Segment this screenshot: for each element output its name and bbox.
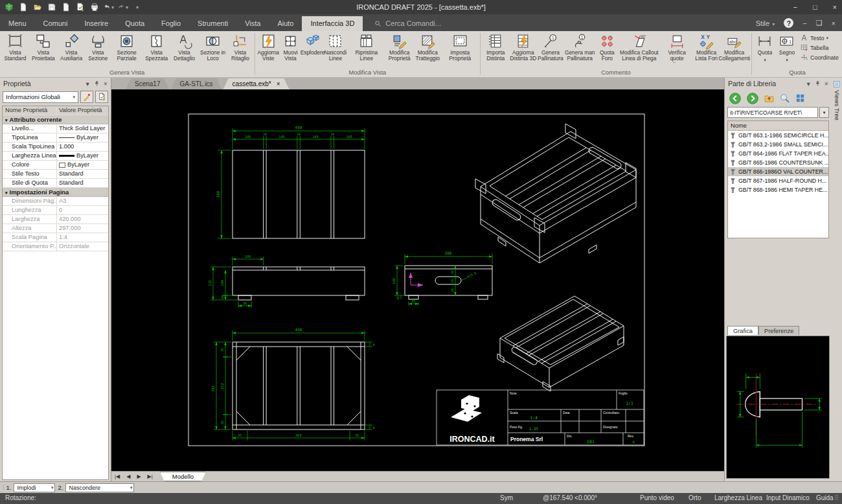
prop-row-stile-testo[interactable]: Stile TestoStandard [3,170,108,179]
help-button[interactable]: ? [784,18,793,28]
back-icon[interactable] [729,92,742,105]
ribbon-button-sezione-in-loco[interactable]: Sezione in Loco [198,32,228,63]
menu-inserire[interactable]: Inserire [76,16,117,31]
properties-filter-dropdown[interactable]: Informazioni Globali▾ [3,91,78,103]
ribbon-button-vista-spezzata[interactable]: Vista Spezzata [142,32,170,63]
section-impostazioni-pagina[interactable]: ▾Impostazioni Pagina [3,188,108,197]
ribbon-button-importa-distinta-3d[interactable]: Importa Distinta 3D [483,32,509,63]
menu-aiuto[interactable]: Aiuto [269,16,302,31]
library-menu-icon[interactable]: ▾ [807,80,810,87]
search-icon[interactable] [779,93,790,104]
ribbon-button-tabella[interactable]: Tabella [798,43,841,52]
library-item[interactable]: GB/T 863.1-1986 SEMICIRCLE H... [728,131,828,140]
menu-strumenti[interactable]: Strumenti [189,16,236,31]
menu-interfaccia-3d[interactable]: Interfaccia 3D [302,16,363,31]
ribbon-button-vista-standard[interactable]: Vista Standard [1,32,29,63]
select-properties-button[interactable] [95,91,108,103]
ribbon-button-esplodere[interactable]: Esplodere [302,32,324,63]
library-path-input[interactable]: it-IT\RIVET\COARSE RIVET\ [727,107,818,118]
doc-tab-scena17[interactable]: Scena17 [126,78,169,89]
prop-row-tipolinea[interactable]: TipoLineaByLayer [3,133,108,143]
ribbon-button-muovi-vista[interactable]: Muovi Vista [280,32,302,63]
tab-views-tree[interactable]: Views Tree [834,90,841,120]
ribbon-button-testo[interactable]: Testo▾ [798,34,841,42]
menu-menu[interactable]: Menu [0,16,35,31]
tab-preferenze[interactable]: Preferenze [758,326,799,335]
library-item[interactable]: GB/T 864-1986 FLAT TAPER HEA... [728,149,828,158]
import-icon[interactable] [60,2,71,12]
doc-minimize-button[interactable]: − [802,19,806,27]
library-item[interactable]: GB/T 867-1986 HALF-ROUND H... [728,176,828,185]
pin-icon[interactable] [814,80,821,87]
status-guida[interactable]: Guida [816,494,834,501]
first-sheet-button[interactable]: |◀ [111,474,123,479]
status-punto-video[interactable]: Punto video [640,494,674,501]
export-icon[interactable] [74,2,85,12]
menu-vista[interactable]: Vista [236,16,269,31]
grid-view-icon[interactable] [795,93,806,104]
ribbon-button-vista-proiettata[interactable]: Vista Proiettata [29,32,58,63]
print-icon[interactable] [89,2,100,12]
doc-tab-close-icon[interactable]: × [277,80,280,87]
section-attributo-corrente[interactable]: ▾Attributo corrente [3,115,108,124]
drawing-canvas[interactable]: 450 105 10 105 10 105 10 105 300 105 115… [111,89,724,471]
prev-sheet-button[interactable]: ◀ [123,474,133,479]
ribbon-button-genera-pallinatura[interactable]: Genera Pallinatura [538,32,563,63]
ribbon-button-aggiorna-viste[interactable]: Aggiorna Viste [257,32,280,63]
ribbon-button-vista-ausiliaria[interactable]: Vista Ausiliaria [58,32,85,63]
ribbon-button-quota-foro[interactable]: Quota Foro [596,32,618,63]
library-item[interactable]: GB/T 863.2-1986 SMALL SEMICI... [728,140,828,149]
ribbon-button-segno[interactable]: Segno▾ [776,32,798,63]
window-minimize-button[interactable]: − [793,3,797,11]
toolbar-grip[interactable]: ⁞ [3,485,4,491]
window-close-button[interactable]: × [833,3,837,11]
ribbon-button-genera-man-pallinatura[interactable]: Genera man Pallinatura [563,32,596,63]
ribbon-button-imposta-proprieta-parte[interactable]: Imposta Proprietà Parte [442,32,478,63]
status-orto[interactable]: Orto [688,494,701,501]
last-sheet-button[interactable]: ▶| [144,474,156,479]
doc-tab-cassetta[interactable]: cassetta.exb*× [223,78,290,89]
forward-icon[interactable] [746,92,759,105]
save-icon[interactable] [46,2,57,12]
redo-icon[interactable]: ▾ [117,2,128,12]
ribbon-button-modifica-tratteggio[interactable]: Modifica Tratteggio [413,32,442,63]
next-sheet-button[interactable]: ▶ [133,474,144,479]
ribbon-button-modifica-collegamenti[interactable]: Modifica Collegamenti [719,32,749,63]
tab-grafica[interactable]: Grafica [727,326,758,335]
prop-row-colore[interactable]: ColoreByLayer [3,161,108,170]
prop-row-stile-quota[interactable]: Stile di QuotaStandard [3,179,108,188]
ribbon-button-ripristina-linee-nascoste[interactable]: Ripristina Linee Nascoste [347,32,385,63]
ribbon-button-modifica-lista-fori[interactable]: Modifica Lista Fori [694,32,719,63]
status-larghezza-linea[interactable]: Larghezza Linea [714,494,762,501]
prop-row-livello[interactable]: Livello...Thick Solid Layer [3,124,108,133]
menu-comuni[interactable]: Comuni [35,16,76,31]
ribbon-button-verifica-quote[interactable]: Verifica quote scollegate [660,32,694,63]
folder-up-icon[interactable] [764,93,775,104]
ribbon-button-vista-sezione[interactable]: Vista Sezione [85,32,111,63]
prop-row-scala-tipolinea[interactable]: Scala TipoLinea1.000 [3,143,108,152]
ribbon-button-aggiorna-distinta-3d[interactable]: Aggiorna Distinta 3D [509,32,538,63]
ribbon-button-nascondi-linee[interactable]: Nascondi Linee [324,32,348,63]
properties-close-icon[interactable]: × [104,80,108,87]
properties-menu-icon[interactable]: ▾ [86,80,89,87]
ribbon-button-sezione-parziale[interactable]: Sezione Parziale [111,32,142,63]
clear-properties-button[interactable] [80,91,93,103]
nascondere-dropdown[interactable]: Nascondere▾ [65,483,134,492]
window-maximize-button[interactable]: □ [813,3,817,11]
open-file-icon[interactable] [32,2,43,12]
sheet-tab-modello[interactable]: Modello [160,472,206,481]
quick-access-customize-icon[interactable]: ▾ [131,2,142,12]
implodi-dropdown[interactable]: Implodi▾ [14,483,55,492]
library-item[interactable]: GB/T 868-1986 HEMI TAPER HE... [728,185,828,194]
library-col-nome[interactable]: Nome [728,121,828,131]
library-close-icon[interactable]: × [825,80,828,87]
menu-quota[interactable]: Quota [117,16,153,31]
ribbon-button-coordinate[interactable]: Coordinate [798,53,841,62]
ribbon-button-vista-ritaglio[interactable]: Vista Ritaglio [228,32,253,63]
ribbon-button-modifica-callout[interactable]: Modifica Callout Linea di Piega [618,32,660,63]
prop-row-larghezza-linea[interactable]: Larghezza LineaByLayer [3,152,108,161]
undo-icon[interactable]: ▾ [103,2,114,12]
doc-restore-button[interactable]: ❏ [816,19,823,27]
ribbon-button-vista-dettaglio[interactable]: Vista Dettaglio [170,32,198,63]
new-file-icon[interactable] [17,2,28,12]
